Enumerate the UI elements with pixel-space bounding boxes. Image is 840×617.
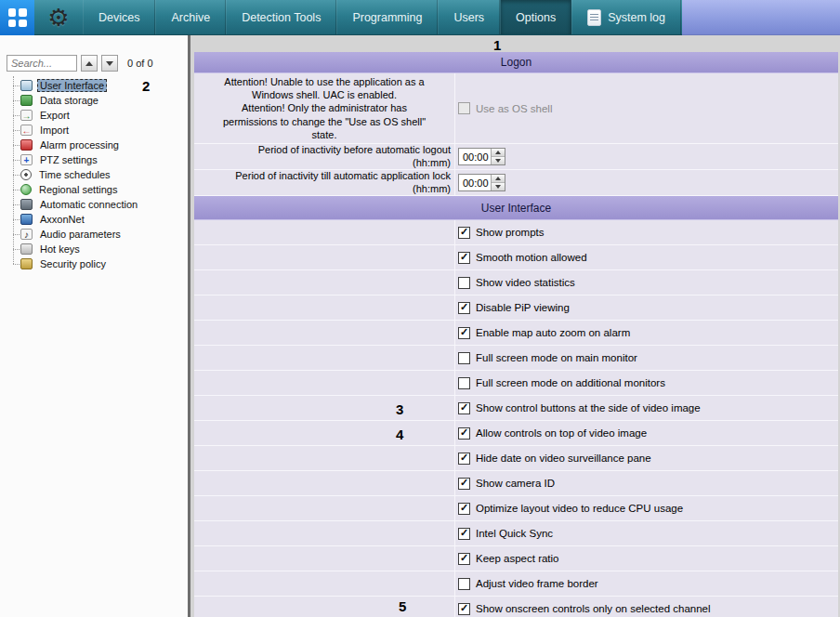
menu-detection-tools[interactable]: Detection Tools [226,0,336,34]
logout-spin-down-button[interactable] [492,156,505,164]
tree-item-user-interface[interactable]: User Interface [0,78,188,93]
option-row: Smooth motion allowed [194,245,838,270]
checkbox-smooth-motion[interactable] [458,252,470,264]
tree-item-axxonnet[interactable]: AxxonNet [0,212,188,227]
checkbox-disable-pip[interactable] [458,302,470,314]
options-panel: Logon Attention! Unable to use the appli… [193,35,840,617]
chevron-down-icon [106,61,113,66]
tree-item-automatic-connection[interactable]: Automatic connection [0,197,188,212]
callout-3: 3 [396,402,403,416]
tree-item-regional-settings[interactable]: Regional settings [0,182,188,197]
menu-strip: ⚙ Devices Archive Detection Tools Progra… [34,0,682,35]
triangle-up-icon [495,177,501,180]
app-window: ⚙ Devices Archive Detection Tools Progra… [0,0,840,617]
logout-period-row: Period of inactivity before automatic lo… [194,144,838,170]
tree-item-import[interactable]: ← Import [0,123,188,138]
logout-period-label: Period of inactivity before automatic lo… [194,144,454,168]
tree-item-alarm-processing[interactable]: Alarm processing [0,138,188,152]
search-input[interactable] [7,55,77,72]
callout-4: 4 [396,427,403,441]
checkbox-show-camera-id[interactable] [458,478,470,490]
option-row: Keep aspect ratio [194,546,838,571]
globe-icon [20,184,32,195]
connection-icon [20,199,33,210]
use-as-os-shell-checkbox[interactable] [458,102,470,114]
tree-item-audio-parameters[interactable]: ♪ Audio parameters [0,227,188,242]
option-row: Adjust video frame border [194,571,838,597]
option-row: Disable PiP viewing [194,295,838,321]
lock-spin-up-button[interactable] [492,175,505,182]
option-row: Allow controls on top of video image [194,421,838,446]
checkbox-keep-aspect-ratio[interactable] [458,553,470,565]
option-row: Optimize layout video to reduce CPU usag… [194,496,838,521]
menu-users[interactable]: Users [438,0,500,34]
search-next-button[interactable] [101,55,118,72]
menu-archive[interactable]: Archive [155,0,226,34]
lock-period-spinner: 00:00 [458,174,505,191]
option-row: Show prompts [194,220,838,245]
keyboard-icon [20,243,33,255]
system-log-label: System log [608,11,665,24]
use-as-os-shell-label: Use as OS shell [476,103,552,114]
checkbox-intel-quick-sync[interactable] [458,528,470,540]
import-icon: ← [20,125,33,136]
gear-icon: ⚙ [47,6,69,30]
option-row: Show control buttons at the side of vide… [194,396,838,421]
option-row: Enable map auto zoom on alarm [194,321,838,346]
tree-item-security-policy[interactable]: Security policy [0,256,188,271]
data-storage-icon [20,95,33,106]
attention-text: Attention! Unable to use the application… [194,75,454,140]
callout-2: 2 [142,79,150,93]
settings-sidebar: 0 of 0 User Interface Data storage → Exp… [0,35,190,617]
tree-item-data-storage[interactable]: Data storage [0,93,188,108]
triangle-down-icon [495,185,501,189]
lock-period-value[interactable]: 00:00 [459,175,491,190]
lock-period-label: Period of inactivity till automatic appl… [194,170,454,194]
checkbox-controls-on-top[interactable] [458,427,470,440]
lock-spin-down-button[interactable] [492,182,505,190]
menu-system-log[interactable]: System log [571,0,681,34]
menu-programming[interactable]: Programming [336,0,438,34]
checkbox-video-statistics[interactable] [458,277,470,289]
clock-icon [20,169,32,180]
checkbox-control-buttons-side[interactable] [458,402,470,414]
menu-devices[interactable]: Devices [83,0,155,34]
checkbox-adjust-frame-border[interactable] [458,578,470,590]
checkbox-map-auto-zoom[interactable] [458,327,470,339]
option-row: Hide date on video surveillance pane [194,446,838,471]
section-header-user-interface: User Interface [194,196,838,220]
apps-grid-button[interactable] [0,0,34,35]
tree-item-hot-keys[interactable]: Hot keys [0,242,188,256]
lock-icon [20,258,33,269]
triangle-down-icon [495,159,501,163]
menu-options[interactable]: Options [500,0,571,34]
logout-spin-up-button[interactable] [492,149,505,156]
logout-period-value[interactable]: 00:00 [459,149,491,164]
settings-gear-button[interactable]: ⚙ [34,0,83,34]
logout-period-spinner: 00:00 [458,148,505,165]
alarm-icon [20,139,33,151]
checkbox-optimize-layout[interactable] [458,503,470,515]
checkbox-onscreen-controls-selected-channel[interactable] [458,603,470,615]
audio-icon: ♪ [20,229,33,240]
checkbox-fullscreen-main-monitor[interactable] [458,352,470,364]
apps-grid-icon [8,8,27,27]
option-row: Show camera ID [194,471,838,496]
tree-item-time-schedules[interactable]: Time schedules [0,167,188,182]
search-prev-button[interactable] [81,55,98,72]
export-icon: → [20,110,33,121]
checkbox-hide-date[interactable] [458,453,470,465]
option-row: Full screen mode on additional monitors [194,371,838,396]
sidebar-search-row: 0 of 0 [0,35,188,75]
triangle-up-icon [495,151,501,154]
ptz-icon: + [20,154,33,165]
top-menu-bar: ⚙ Devices Archive Detection Tools Progra… [0,0,840,35]
checkbox-fullscreen-additional-monitors[interactable] [458,377,470,389]
settings-table: Logon Attention! Unable to use the appli… [194,52,838,617]
search-result-count: 0 of 0 [127,58,153,69]
option-row: Show onscreen controls only on selected … [194,597,838,617]
tree-item-ptz-settings[interactable]: + PTZ settings [0,152,188,167]
checkbox-show-prompts[interactable] [458,227,470,239]
tree-item-export[interactable]: → Export [0,108,188,123]
lock-period-row: Period of inactivity till automatic appl… [194,170,838,196]
